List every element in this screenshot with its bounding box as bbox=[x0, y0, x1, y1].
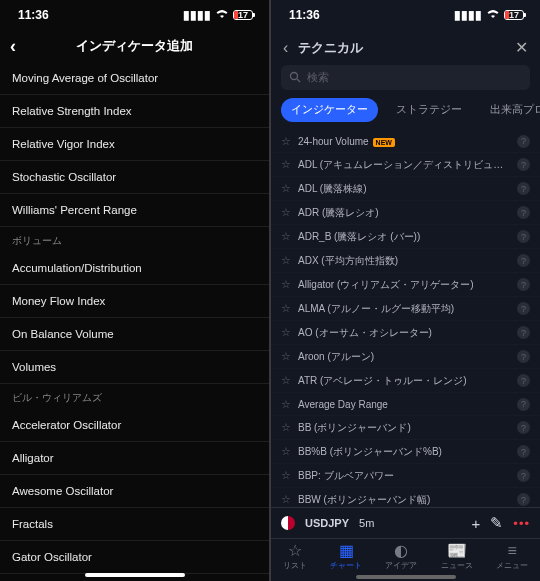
tabbar-button[interactable]: ▦チャート bbox=[330, 543, 362, 571]
signal-icon: ▮▮▮▮ bbox=[183, 8, 211, 22]
list-item[interactable]: ☆Average Day Range? bbox=[271, 393, 540, 416]
list-item[interactable]: ☆ATR (アベレージ・トゥルー・レンジ)? bbox=[271, 369, 540, 393]
category-tab[interactable]: インジケーター bbox=[281, 98, 378, 122]
help-icon[interactable]: ? bbox=[517, 230, 530, 243]
more-icon[interactable]: ••• bbox=[513, 516, 530, 531]
star-icon[interactable]: ☆ bbox=[281, 398, 291, 411]
list-item[interactable]: Fractals bbox=[0, 508, 269, 541]
tabbar-button[interactable]: ☆リスト bbox=[283, 543, 307, 571]
help-icon[interactable]: ? bbox=[517, 182, 530, 195]
svg-point-0 bbox=[291, 72, 298, 79]
star-icon[interactable]: ☆ bbox=[281, 421, 291, 434]
help-icon[interactable]: ? bbox=[517, 398, 530, 411]
help-icon[interactable]: ? bbox=[517, 254, 530, 267]
help-icon[interactable]: ? bbox=[517, 158, 530, 171]
draw-icon[interactable]: ✎ bbox=[490, 514, 503, 532]
list-item[interactable]: ☆BBW (ボリンジャーバンド幅)? bbox=[271, 488, 540, 507]
item-label: Alligator (ウィリアムズ・アリゲーター) bbox=[298, 278, 510, 292]
list-item[interactable]: Gator Oscillator bbox=[0, 541, 269, 574]
wifi-icon bbox=[215, 8, 229, 22]
list-item[interactable]: ☆ADX (平均方向性指数)? bbox=[271, 249, 540, 273]
help-icon[interactable]: ? bbox=[517, 302, 530, 315]
signal-icon: ▮▮▮▮ bbox=[454, 8, 482, 22]
home-indicator[interactable] bbox=[356, 575, 456, 579]
add-icon[interactable]: + bbox=[472, 515, 481, 532]
star-icon[interactable]: ☆ bbox=[281, 302, 291, 315]
list-item[interactable]: ☆ADR_B (騰落レシオ (バー))? bbox=[271, 225, 540, 249]
help-icon[interactable]: ? bbox=[517, 278, 530, 291]
close-button[interactable]: ✕ bbox=[515, 38, 528, 57]
list-item[interactable]: Stochastic Oscillator bbox=[0, 161, 269, 194]
star-icon[interactable]: ☆ bbox=[281, 254, 291, 267]
star-icon[interactable]: ☆ bbox=[281, 206, 291, 219]
back-button[interactable]: ‹ bbox=[283, 39, 288, 57]
star-icon[interactable]: ☆ bbox=[281, 278, 291, 291]
help-icon[interactable]: ? bbox=[517, 374, 530, 387]
star-icon[interactable]: ☆ bbox=[281, 182, 291, 195]
list-item[interactable]: Accelerator Oscillator bbox=[0, 409, 269, 442]
flag-icon bbox=[281, 516, 295, 530]
item-label: BB%B (ボリンジャーバンド%B) bbox=[298, 445, 510, 459]
list-item[interactable]: Awesome Oscillator bbox=[0, 475, 269, 508]
list-item[interactable]: ☆BBP: ブルベアパワー? bbox=[271, 464, 540, 488]
list-item[interactable]: Volumes bbox=[0, 351, 269, 384]
tabbar-label: アイデア bbox=[385, 560, 417, 571]
list-item[interactable]: ☆AO (オーサム・オシレーター)? bbox=[271, 321, 540, 345]
star-icon[interactable]: ☆ bbox=[281, 230, 291, 243]
symbol-name[interactable]: USDJPY bbox=[305, 517, 349, 529]
item-label: BBP: ブルベアパワー bbox=[298, 469, 510, 483]
help-icon[interactable]: ? bbox=[517, 445, 530, 458]
tabbar-button[interactable]: 📰ニュース bbox=[441, 543, 473, 571]
star-icon[interactable]: ☆ bbox=[281, 469, 291, 482]
list-item[interactable]: ☆BB (ボリンジャーバンド)? bbox=[271, 416, 540, 440]
home-indicator[interactable] bbox=[85, 573, 185, 577]
section-header: ビル・ウィリアムズ bbox=[0, 384, 269, 409]
category-tab[interactable]: 出来高プロファイル bbox=[480, 98, 540, 122]
star-icon[interactable]: ☆ bbox=[281, 158, 291, 171]
list-item[interactable]: ☆24-hour VolumeNEW? bbox=[271, 130, 540, 153]
list-item[interactable]: Relative Vigor Index bbox=[0, 128, 269, 161]
item-label: Aroon (アルーン) bbox=[298, 350, 510, 364]
list-item[interactable]: ☆Alligator (ウィリアムズ・アリゲーター)? bbox=[271, 273, 540, 297]
tabbar-label: チャート bbox=[330, 560, 362, 571]
category-tab[interactable]: ストラテジー bbox=[386, 98, 472, 122]
star-icon[interactable]: ☆ bbox=[281, 135, 291, 148]
help-icon[interactable]: ? bbox=[517, 350, 530, 363]
tabbar-button[interactable]: ≡メニュー bbox=[496, 543, 528, 571]
search-placeholder: 検索 bbox=[307, 70, 329, 85]
help-icon[interactable]: ? bbox=[517, 493, 530, 506]
list-item[interactable]: ☆ADR (騰落レシオ)? bbox=[271, 201, 540, 225]
list-item[interactable]: Money Flow Index bbox=[0, 285, 269, 318]
tabbar-icon: ▦ bbox=[339, 543, 354, 559]
help-icon[interactable]: ? bbox=[517, 469, 530, 482]
list-item[interactable]: Williams' Percent Range bbox=[0, 194, 269, 227]
star-icon[interactable]: ☆ bbox=[281, 493, 291, 506]
tabbar-button[interactable]: ◐アイデア bbox=[385, 543, 417, 571]
list-item[interactable]: ☆ALMA (アルノー・ルグー移動平均)? bbox=[271, 297, 540, 321]
search-input[interactable]: 検索 bbox=[281, 65, 530, 90]
help-icon[interactable]: ? bbox=[517, 421, 530, 434]
help-icon[interactable]: ? bbox=[517, 206, 530, 219]
symbol-interval[interactable]: 5m bbox=[359, 517, 374, 529]
list-item[interactable]: Relative Strength Index bbox=[0, 95, 269, 128]
help-icon[interactable]: ? bbox=[517, 135, 530, 148]
item-label: BBW (ボリンジャーバンド幅) bbox=[298, 493, 510, 507]
list-item[interactable]: Accumulation/Distribution bbox=[0, 252, 269, 285]
star-icon[interactable]: ☆ bbox=[281, 445, 291, 458]
star-icon[interactable]: ☆ bbox=[281, 374, 291, 387]
list-item[interactable]: Alligator bbox=[0, 442, 269, 475]
list-item[interactable]: ☆ADL (アキュムレーション／ディストリビューショ…? bbox=[271, 153, 540, 177]
tabbar-icon: ◐ bbox=[394, 543, 408, 559]
tabbar-icon: 📰 bbox=[447, 543, 467, 559]
list-item[interactable]: Moving Average of Oscillator bbox=[0, 62, 269, 95]
list-item[interactable]: ☆BB%B (ボリンジャーバンド%B)? bbox=[271, 440, 540, 464]
back-button[interactable]: ‹ bbox=[10, 36, 16, 57]
star-icon[interactable]: ☆ bbox=[281, 326, 291, 339]
tabbar-label: メニュー bbox=[496, 560, 528, 571]
star-icon[interactable]: ☆ bbox=[281, 350, 291, 363]
battery-icon: 17 bbox=[233, 10, 253, 20]
help-icon[interactable]: ? bbox=[517, 326, 530, 339]
list-item[interactable]: ☆ADL (騰落株線)? bbox=[271, 177, 540, 201]
list-item[interactable]: On Balance Volume bbox=[0, 318, 269, 351]
list-item[interactable]: ☆Aroon (アルーン)? bbox=[271, 345, 540, 369]
